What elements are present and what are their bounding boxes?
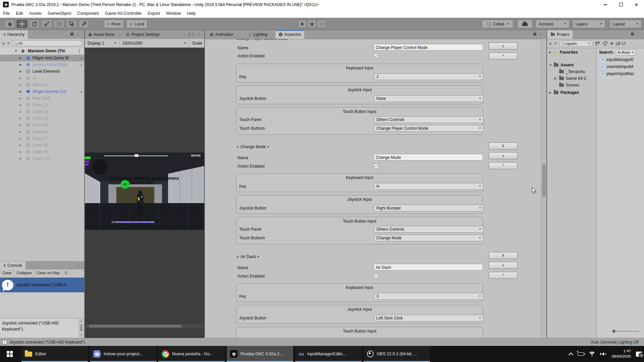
play-button[interactable] xyxy=(298,20,307,28)
console-clear-button[interactable]: Clear xyxy=(0,269,14,277)
hierarchy-item-cube-9[interactable]: ▶ Cube (9) xyxy=(0,148,84,155)
menu-window[interactable]: Window xyxy=(163,9,184,18)
hierarchy-search-input[interactable]: All xyxy=(12,40,82,46)
battery-charging-icon[interactable] xyxy=(578,352,584,356)
volume-muted-icon[interactable]: × xyxy=(600,352,606,356)
menu-gameobject[interactable]: GameObject xyxy=(45,9,74,18)
wifi-icon[interactable] xyxy=(589,352,595,356)
pause-button[interactable] xyxy=(307,20,317,28)
scrollbar-thumb[interactable] xyxy=(89,325,181,327)
hierarchy-item-cube-10[interactable]: ▶ Cube (10) xyxy=(0,155,84,162)
kebab-icon[interactable]: ⋮ xyxy=(77,263,81,267)
hierarchy-item-cube-8[interactable]: ▶ Cube (8) xyxy=(0,142,84,148)
notification-center-icon[interactable]: 4 xyxy=(636,352,642,357)
lock-icon[interactable] xyxy=(631,33,634,36)
foldout-icon[interactable]: ▶ xyxy=(19,155,22,162)
joystick-button-dropdown[interactable]: Right Bumper▼ xyxy=(374,205,483,212)
prefab-open-arrow[interactable]: > xyxy=(80,61,83,68)
tree-item-packages[interactable]: ▶ Packages xyxy=(547,89,596,96)
taskbar-app-visual-studio[interactable]: ∞ inputManagerEdito... xyxy=(295,346,362,362)
tab-scroll-right-icon[interactable]: ❯ xyxy=(188,32,191,37)
tree-item-scenes[interactable]: Scenes xyxy=(547,82,596,88)
foldout-icon[interactable]: ▶ xyxy=(19,75,22,81)
move-down-button[interactable]: v xyxy=(489,43,518,50)
hierarchy-item-new-stuff[interactable]: ▶ New Stuff xyxy=(0,95,84,102)
move-up-button[interactable]: ^ xyxy=(489,53,518,60)
asset-result-item[interactable]: # overrideInputM xyxy=(597,63,644,70)
start-button[interactable] xyxy=(0,346,19,362)
lighting-status[interactable]: Auto Generate Lighting Off xyxy=(591,340,644,345)
key-dropdown[interactable]: X▼ xyxy=(374,293,483,300)
section-header-air-dash[interactable]: ▼Air Dash + xyxy=(236,254,259,260)
hierarchy-scene-row[interactable]: ▼ Mansion Demo (Thi ⋮ xyxy=(0,48,84,55)
menu-assets[interactable]: Assets xyxy=(26,9,45,18)
status-message[interactable]: Joystick connected ("USB-HID Keyboard"). xyxy=(9,340,86,345)
minimize-button[interactable] xyxy=(598,0,613,9)
hand-tool-button[interactable] xyxy=(4,20,15,28)
lock-icon[interactable] xyxy=(70,33,73,36)
pivot-toggle[interactable]: Pivot xyxy=(104,20,123,28)
console-clear-on-play-button[interactable]: Clear on Play xyxy=(34,269,62,277)
scrollbar-thumb[interactable] xyxy=(542,164,546,197)
taskbar-app-editor[interactable]: Editor xyxy=(21,346,88,362)
hierarchy-item-cube-2[interactable]: ▶ Cube (2) xyxy=(0,102,84,108)
touch-button-dropdown[interactable]: Change Mode▼ xyxy=(374,235,483,241)
menu-file[interactable]: File xyxy=(0,9,13,18)
search-scope-dropdown[interactable]: In Asse ▼ xyxy=(616,49,636,56)
add-icon[interactable]: + xyxy=(2,41,5,46)
step-button[interactable] xyxy=(317,20,326,28)
touch-panel-dropdown[interactable]: Others Controls▼ xyxy=(374,226,483,233)
clock[interactable]: 1:47 08/04/2020 xyxy=(611,349,631,359)
hierarchy-item-cube-7[interactable]: ▶ Cube (7) xyxy=(0,135,84,142)
move-tool-button[interactable] xyxy=(16,20,27,28)
layers-dropdown[interactable]: Layers▼ xyxy=(573,20,605,28)
menu-game-kit-controller[interactable]: Game Kit Controller xyxy=(102,9,145,18)
foldout-icon[interactable]: ▶ xyxy=(19,68,22,75)
foldout-icon[interactable]: ▶ xyxy=(554,75,557,82)
action-enabled-checkbox[interactable]: ✓ xyxy=(374,53,379,58)
action-enabled-checkbox[interactable]: ✓ xyxy=(374,164,379,169)
game-horizontal-scrollbar[interactable] xyxy=(86,324,204,328)
favorites-star-icon[interactable]: ★ xyxy=(610,41,614,46)
menu-help[interactable]: Help xyxy=(184,9,199,18)
hierarchy-item-cube-6[interactable]: ▶ Cube (6) xyxy=(0,128,84,135)
foldout-icon[interactable]: ▶ xyxy=(19,135,22,142)
move-up-button[interactable]: ^ xyxy=(489,162,518,169)
console-detail-scrollbar[interactable]: ▲ ▼ xyxy=(79,319,84,337)
hierarchy-item-cube-4[interactable]: ▶ Cube (4) xyxy=(0,115,84,122)
prefab-open-arrow[interactable]: > xyxy=(80,88,83,95)
name-field[interactable]: Change Player Control Mode xyxy=(374,44,483,51)
lock-icon[interactable] xyxy=(533,33,536,36)
rotate-tool-button[interactable] xyxy=(29,20,40,28)
scrollbar-thumb[interactable] xyxy=(80,324,83,331)
tree-item-favorites[interactable]: ▶ ★ Favorites xyxy=(547,49,596,56)
foldout-icon[interactable]: ▶ xyxy=(19,142,22,148)
foldout-icon[interactable]: ▶ xyxy=(19,88,22,95)
tray-expand-icon[interactable] xyxy=(569,353,573,357)
search-by-type-icon[interactable] xyxy=(595,41,600,46)
foldout-icon[interactable]: ▶ xyxy=(19,115,22,122)
kebab-icon[interactable]: ⋮ xyxy=(538,33,542,36)
menu-component[interactable]: Component xyxy=(74,9,102,18)
move-up-button[interactable]: ^ xyxy=(489,272,518,279)
name-field[interactable]: Change Mode xyxy=(374,154,483,161)
kebab-icon[interactable]: ⋮ xyxy=(197,33,201,36)
touch-button-dropdown[interactable]: Change Player Control Mode▼ xyxy=(374,125,483,132)
hierarchy-item-ai[interactable]: ▶ AI xyxy=(0,75,84,81)
hierarchy-item-cube-5[interactable]: ▶ Cube (5) xyxy=(0,122,84,128)
project-search-input[interactable]: inputm ✕ xyxy=(559,41,593,47)
layout-dropdown[interactable]: Layout▼ xyxy=(610,20,642,28)
foldout-icon[interactable]: ▼ xyxy=(236,145,239,149)
foldout-icon[interactable]: ▶ xyxy=(19,148,22,155)
tab-project-settings[interactable]: Project Settings xyxy=(122,30,163,39)
tab-scroll-right-icon[interactable]: ❯ xyxy=(192,32,195,37)
kebab-icon[interactable]: ⋮ xyxy=(76,33,80,36)
tree-item-assets[interactable]: ▼ Assets xyxy=(547,62,596,68)
thumbnail-zoom-slider[interactable] xyxy=(613,331,639,331)
foldout-icon[interactable]: ▶ xyxy=(19,81,22,88)
key-dropdown[interactable]: J▼ xyxy=(374,73,483,80)
key-dropdown[interactable]: H▼ xyxy=(374,183,483,190)
prefab-open-arrow[interactable]: > xyxy=(80,55,83,61)
kebab-icon[interactable]: ⋮ xyxy=(636,33,640,36)
hierarchy-item-player-and-game[interactable]: ▶ Player And Game M > xyxy=(0,55,84,61)
